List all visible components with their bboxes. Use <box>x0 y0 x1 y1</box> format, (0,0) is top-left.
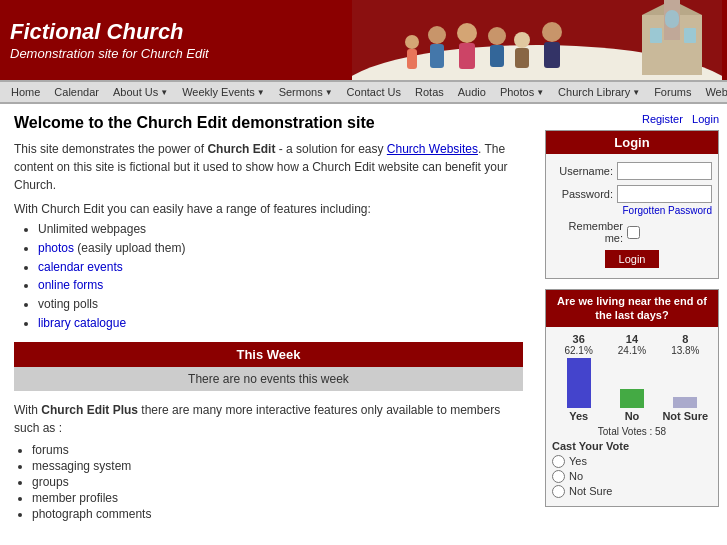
poll-vote-no: No <box>552 470 712 483</box>
sermons-arrow: ▼ <box>325 88 333 97</box>
poll-count-yes: 36 <box>573 333 585 345</box>
poll-vote-yes: Yes <box>552 455 712 468</box>
forgot-password-link[interactable]: Forgotten Password <box>552 205 712 216</box>
site-title: Fictional Church <box>10 19 209 45</box>
svg-point-6 <box>457 23 477 43</box>
church-websites-link[interactable]: Church Websites <box>387 142 478 156</box>
svg-rect-19 <box>684 28 696 43</box>
nav-church-library[interactable]: Church Library ▼ <box>551 83 647 101</box>
church-edit-plus-bold: Church Edit Plus <box>41 403 138 417</box>
church-library-arrow: ▼ <box>632 88 640 97</box>
poll-label-yes: Yes <box>569 410 588 422</box>
photos-link[interactable]: photos <box>38 241 74 255</box>
plus-messaging: messaging system <box>32 459 523 473</box>
register-login-links: Register Login <box>545 110 719 130</box>
main-layout: Welcome to the Church Edit demonstration… <box>0 104 727 539</box>
password-input[interactable] <box>617 185 712 203</box>
svg-rect-7 <box>459 43 475 69</box>
poll-bar-wrapper-yes <box>567 358 591 408</box>
this-week-bar: This Week <box>14 342 523 367</box>
features-intro: With Church Edit you can easily have a r… <box>14 202 523 216</box>
poll-pct-yes: 62.1% <box>564 345 592 356</box>
username-input[interactable] <box>617 162 712 180</box>
nav-weekly-events[interactable]: Weekly Events ▼ <box>175 83 271 101</box>
online-forms-link[interactable]: online forms <box>38 278 103 292</box>
church-edit-bold: Church Edit <box>207 142 275 156</box>
svg-point-8 <box>488 27 506 45</box>
password-row: Password: <box>552 185 712 203</box>
plus-groups: groups <box>32 475 523 489</box>
svg-point-4 <box>428 26 446 44</box>
about-us-arrow: ▼ <box>160 88 168 97</box>
poll-pct-no: 24.1% <box>618 345 646 356</box>
plus-list: forums messaging system groups member pr… <box>32 443 523 521</box>
login-button[interactable]: Login <box>605 250 660 268</box>
plus-photo-comments: photograph comments <box>32 507 523 521</box>
library-catalogue-link[interactable]: library catalogue <box>38 316 126 330</box>
nav-calendar[interactable]: Calendar <box>47 83 106 101</box>
login-link[interactable]: Login <box>692 113 719 125</box>
poll-box: Are we living near the end of the last d… <box>545 289 719 507</box>
welcome-title: Welcome to the Church Edit demonstration… <box>14 114 523 132</box>
poll-total: Total Votes : 58 <box>552 426 712 437</box>
poll-bar-no: 14 24.1% No <box>608 333 656 422</box>
feature-polls: voting polls <box>38 296 523 313</box>
remember-me-label: Remember me: <box>552 220 627 244</box>
plus-intro: With Church Edit Plus there are many mor… <box>14 401 523 437</box>
svg-rect-9 <box>490 45 504 67</box>
username-row: Username: <box>552 162 712 180</box>
poll-bar-notsure: 8 13.8% Not Sure <box>661 333 709 422</box>
login-box-body: Username: Password: Forgotten Password R… <box>546 154 718 278</box>
header-image <box>347 0 727 80</box>
navbar: Home Calendar About Us ▼ Weekly Events ▼… <box>0 80 727 104</box>
poll-radio-no[interactable] <box>552 470 565 483</box>
poll-radio-notsure[interactable] <box>552 485 565 498</box>
poll-pct-notsure: 13.8% <box>671 345 699 356</box>
svg-rect-3 <box>407 49 417 69</box>
sidebar: Register Login Login Username: Password:… <box>537 104 727 539</box>
nav-rotas[interactable]: Rotas <box>408 83 451 101</box>
site-header: Fictional Church Demonstration site for … <box>0 0 727 80</box>
calendar-events-link[interactable]: calendar events <box>38 260 123 274</box>
svg-point-10 <box>514 32 530 48</box>
feature-library: library catalogue <box>38 315 523 332</box>
poll-radio-yes[interactable] <box>552 455 565 468</box>
nav-photos[interactable]: Photos ▼ <box>493 83 551 101</box>
header-illustration <box>352 0 722 80</box>
svg-rect-18 <box>650 28 662 43</box>
remember-me-row: Remember me: <box>552 220 712 244</box>
poll-title: Are we living near the end of the last d… <box>546 290 718 327</box>
poll-count-notsure: 8 <box>682 333 688 345</box>
poll-body: 36 62.1% Yes 14 24.1% No <box>546 327 718 506</box>
feature-forms: online forms <box>38 277 523 294</box>
feature-list: Unlimited webpages photos (easily upload… <box>38 221 523 332</box>
password-label: Password: <box>552 188 617 200</box>
svg-point-12 <box>542 22 562 42</box>
weekly-events-arrow: ▼ <box>257 88 265 97</box>
nav-website-help[interactable]: Website Help ▼ <box>698 83 727 101</box>
username-label: Username: <box>552 165 617 177</box>
svg-rect-13 <box>544 42 560 68</box>
nav-about-us[interactable]: About Us ▼ <box>106 83 175 101</box>
nav-home[interactable]: Home <box>4 83 47 101</box>
poll-cast-label: Cast Your Vote <box>552 440 712 452</box>
nav-sermons[interactable]: Sermons ▼ <box>272 83 340 101</box>
remember-me-checkbox[interactable] <box>627 226 640 239</box>
nav-audio[interactable]: Audio <box>451 83 493 101</box>
poll-bar-visual-no <box>620 389 644 408</box>
nav-contact-us[interactable]: Contact Us <box>340 83 408 101</box>
plus-profiles: member profiles <box>32 491 523 505</box>
register-link[interactable]: Register <box>642 113 683 125</box>
login-box: Login Username: Password: Forgotten Pass… <box>545 130 719 279</box>
poll-bars: 36 62.1% Yes 14 24.1% No <box>552 333 712 422</box>
nav-forums[interactable]: Forums <box>647 83 698 101</box>
poll-label-no: No <box>625 410 640 422</box>
feature-photos: photos (easily upload them) <box>38 240 523 257</box>
no-events-bar: There are no events this week <box>14 367 523 391</box>
site-subtitle: Demonstration site for Church Edit <box>10 46 209 61</box>
poll-vote-notsure: Not Sure <box>552 485 712 498</box>
content-area: Welcome to the Church Edit demonstration… <box>0 104 537 539</box>
poll-bar-wrapper-notsure <box>673 358 697 408</box>
feature-calendar: calendar events <box>38 259 523 276</box>
feature-unlimited: Unlimited webpages <box>38 221 523 238</box>
